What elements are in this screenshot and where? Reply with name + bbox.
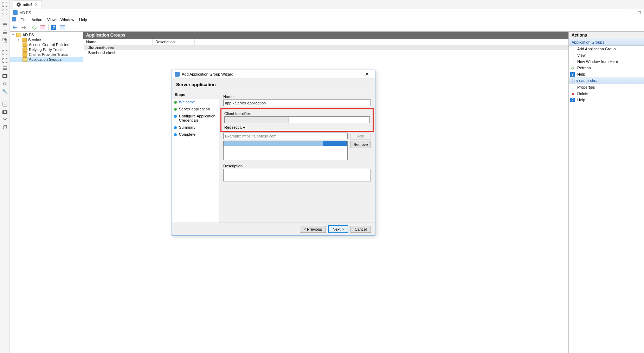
adfs-icon: [175, 72, 180, 77]
action-label: Add Application Group...: [577, 47, 619, 51]
step-label: Server application: [179, 107, 210, 111]
step-server-app[interactable]: Server application: [172, 105, 219, 113]
tree-label: Relying Party Trusts: [29, 47, 63, 52]
tree-item-rpt[interactable]: Relying Party Trusts: [10, 47, 83, 52]
description-label: Description:: [223, 164, 371, 168]
camera-icon[interactable]: [2, 109, 8, 115]
cancel-button[interactable]: Cancel: [350, 226, 371, 233]
step-welcome[interactable]: Welcome: [172, 98, 219, 105]
menu-icon[interactable]: [2, 65, 8, 71]
menu-window[interactable]: Window: [58, 17, 76, 23]
fullscreen-icon[interactable]: [2, 58, 8, 63]
wrench-icon[interactable]: 🔧: [2, 89, 8, 94]
table-row[interactable]: Bamboo-Lokesh: [84, 50, 568, 55]
client-id-input[interactable]: [289, 116, 370, 123]
refresh-icon[interactable]: [31, 24, 38, 31]
row-name: Bamboo-Lokesh: [88, 51, 116, 55]
dialog-title: Add Application Group Wizard: [182, 72, 233, 76]
tab-label: adfs4: [23, 2, 32, 7]
menu-icon[interactable]: [2, 30, 8, 35]
step-bullet-icon: [174, 133, 177, 136]
step-complete[interactable]: Complete: [172, 131, 219, 138]
tree-label: Service: [28, 38, 41, 42]
add-button[interactable]: Add: [350, 133, 371, 140]
gear-icon[interactable]: ⚙: [2, 81, 8, 86]
name-input[interactable]: [223, 100, 371, 106]
svg-rect-3: [3, 75, 4, 76]
client-id-highlight-box: Client Identifier: Redirect URI:: [220, 108, 374, 132]
tree-item-appgroups[interactable]: Application Groups: [10, 57, 83, 62]
next-button[interactable]: Next >: [328, 225, 348, 233]
window-icon[interactable]: [39, 24, 47, 31]
action-label: View: [577, 53, 586, 57]
expand-icon[interactable]: ▸: [17, 38, 20, 41]
step-credentials[interactable]: Configure Application Credentials: [172, 113, 219, 124]
redirect-uri-input[interactable]: [223, 133, 348, 139]
step-bullet-icon: [174, 126, 177, 129]
action-section-item: Jira-oauth-shra: [569, 77, 644, 84]
menu-file[interactable]: File: [18, 17, 29, 23]
col-name[interactable]: Name: [83, 39, 153, 45]
menu-icon[interactable]: [2, 22, 8, 27]
step-summary[interactable]: Summary: [172, 124, 219, 131]
client-id-label: Client Identifier:: [224, 111, 370, 116]
row-name: Jira-oauth-shra: [88, 46, 114, 50]
back-icon[interactable]: [11, 24, 19, 31]
name-label: Name:: [223, 95, 371, 99]
action-help[interactable]: ?Help: [569, 71, 644, 77]
menu-bar: File Action View Window Help: [10, 16, 644, 23]
menu-view[interactable]: View: [45, 17, 58, 23]
close-icon[interactable]: ✕: [34, 2, 38, 7]
dialog-form: Name: Client Identifier: Redirect URI:: [219, 91, 375, 223]
window-title: AD FS: [20, 11, 31, 15]
action-refresh[interactable]: ⟳Refresh: [569, 65, 644, 71]
close-icon[interactable]: ✕: [362, 71, 372, 78]
tab-adfs4[interactable]: adfs4 ✕: [13, 0, 42, 8]
plus-icon[interactable]: [2, 101, 8, 107]
fullscreen-icon[interactable]: [2, 1, 8, 7]
action-help-2[interactable]: ?Help: [569, 97, 644, 103]
menu-help[interactable]: Help: [77, 17, 89, 23]
fullscreen-icon[interactable]: [2, 50, 8, 56]
redirect-uri-list[interactable]: [223, 141, 348, 160]
list-item[interactable]: [224, 141, 347, 146]
minimize-icon[interactable]: —: [631, 11, 635, 15]
folder-icon: [22, 38, 27, 42]
keyboard-icon[interactable]: [2, 73, 8, 79]
action-label: Help: [577, 98, 585, 102]
col-desc[interactable]: Description: [153, 39, 195, 45]
tree-item-cpt[interactable]: Claims Provider Trusts: [10, 52, 83, 57]
maximize-icon[interactable]: ☐: [638, 11, 641, 15]
action-label: Refresh: [577, 66, 591, 70]
refresh-icon[interactable]: [2, 124, 8, 130]
svg-rect-2: [2, 74, 7, 78]
svg-text:?: ?: [53, 25, 55, 30]
tree-item-acp[interactable]: Access Control Policies: [10, 42, 83, 47]
fullscreen-icon[interactable]: [2, 9, 8, 15]
tree-root[interactable]: ▾ AD FS: [10, 32, 83, 37]
action-delete[interactable]: ✕Delete: [569, 90, 644, 97]
menu-action[interactable]: Action: [30, 17, 45, 23]
forward-icon[interactable]: [20, 24, 27, 31]
step-bullet-icon: [174, 101, 177, 104]
svg-rect-5: [5, 75, 6, 76]
action-add-group[interactable]: Add Application Group...: [569, 46, 644, 52]
step-bullet-icon: [174, 108, 177, 111]
svg-rect-11: [40, 25, 45, 26]
action-properties[interactable]: Properties: [569, 84, 644, 90]
tree-service[interactable]: ▸ Service: [10, 37, 83, 42]
description-textarea[interactable]: [223, 169, 371, 181]
expand-icon[interactable]: ▾: [11, 33, 15, 37]
wizard-dialog: Add Application Group Wizard ✕ Server ap…: [172, 70, 375, 236]
action-new-window[interactable]: New Window from Here: [569, 58, 644, 65]
app-icon: [12, 17, 18, 22]
action-view[interactable]: View: [569, 52, 644, 58]
help-icon[interactable]: ?: [50, 24, 58, 31]
previous-button[interactable]: < Previous: [300, 226, 326, 233]
step-label: Complete: [179, 132, 195, 136]
table-row[interactable]: Jira-oauth-shra: [84, 45, 568, 50]
window-icon[interactable]: [58, 24, 66, 31]
chevron-down-icon[interactable]: [2, 117, 8, 122]
remove-button[interactable]: Remove: [350, 141, 371, 148]
copy-icon[interactable]: [2, 37, 8, 43]
